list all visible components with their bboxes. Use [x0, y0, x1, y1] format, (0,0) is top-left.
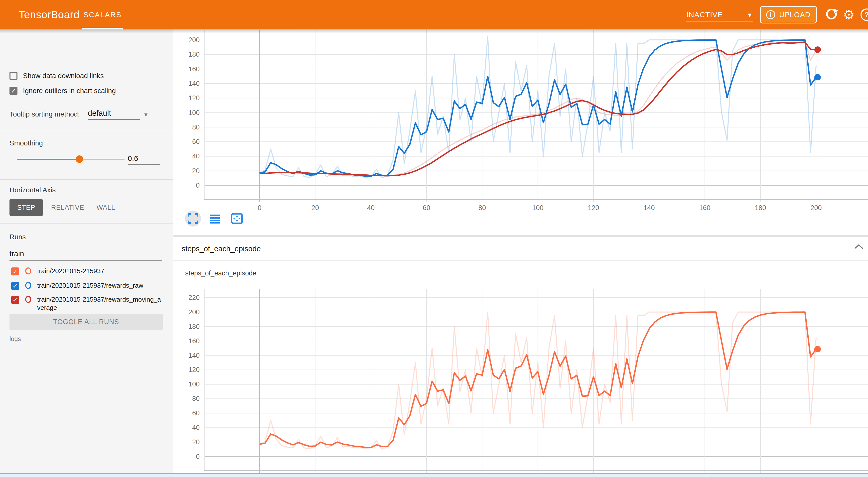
chart-series — [259, 312, 821, 449]
svg-text:200: 200 — [188, 36, 200, 44]
tooltip-sorting-dropdown[interactable]: default — [88, 109, 140, 120]
svg-text:100: 100 — [532, 204, 543, 212]
tooltip-sorting-row: Tooltip sorting method: default ▾ — [9, 109, 164, 120]
divider — [174, 260, 868, 261]
status-dropdown-value: INACTIVE — [686, 10, 723, 19]
divider — [0, 179, 173, 180]
svg-text:60: 60 — [192, 409, 200, 417]
svg-text:40: 40 — [192, 152, 200, 160]
checkbox-checked-icon[interactable]: ✓ — [9, 87, 18, 95]
runs-filter-input[interactable] — [9, 247, 162, 261]
svg-text:20: 20 — [192, 167, 200, 174]
run-row-train[interactable]: ✓ train/20201015-215937 — [11, 267, 162, 276]
axis-tick-labels: 020406080100120140160180200220 — [188, 294, 200, 460]
slider-track-filled — [17, 159, 79, 160]
run-checkbox-checked-icon[interactable]: ✓ — [11, 282, 19, 290]
upload-button-label: UPLOAD — [779, 11, 810, 19]
axis-wall-button[interactable]: WALL — [93, 199, 119, 216]
svg-text:80: 80 — [192, 124, 200, 131]
svg-text:80: 80 — [192, 395, 200, 403]
run-row-rewards-moving-average[interactable]: ✓ train/20201015-215937/rewards_moving_a… — [11, 295, 162, 312]
info-icon: i — [766, 10, 775, 19]
main-content: 0204060801001201401601802000204060801001… — [174, 29, 868, 477]
slider-track-rest — [79, 159, 125, 160]
svg-text:40: 40 — [192, 424, 200, 431]
horizontal-scrollbar[interactable] — [0, 473, 868, 477]
gear-icon[interactable]: ⚙ — [843, 8, 855, 21]
run-label: train/20201015-215937/rewards_raw — [37, 281, 162, 290]
show-download-links-label: Show data download links — [23, 72, 104, 80]
smoothing-label: Smoothing — [9, 139, 43, 147]
app-header: TensorBoard SCALARS INACTIVE ▾ i UPLOAD … — [0, 0, 868, 29]
run-row-rewards-raw[interactable]: ✓ train/20201015-215937/rewards_raw — [11, 281, 162, 290]
divider — [0, 223, 173, 224]
smoothing-slider[interactable] — [17, 157, 125, 161]
checkbox-unchecked-icon[interactable] — [9, 72, 18, 80]
svg-text:220: 220 — [188, 294, 200, 301]
svg-text:200: 200 — [810, 204, 822, 212]
chart-card-title: steps_of_each_episode — [185, 269, 256, 277]
upload-button[interactable]: i UPLOAD — [760, 6, 817, 24]
svg-text:180: 180 — [755, 204, 766, 212]
chevron-up-icon[interactable] — [854, 244, 864, 251]
svg-text:180: 180 — [188, 323, 200, 330]
svg-text:120: 120 — [188, 366, 200, 374]
svg-text:60: 60 — [192, 138, 200, 146]
svg-text:20: 20 — [192, 438, 200, 446]
run-color-ring-icon — [25, 267, 31, 275]
svg-text:120: 120 — [188, 94, 200, 102]
slider-knob[interactable] — [75, 155, 83, 163]
app-title: TensorBoard — [19, 9, 80, 21]
svg-text:0: 0 — [196, 453, 200, 460]
section-header-steps-of-each-episode[interactable]: steps_of_each_episode — [174, 237, 868, 260]
top-chart[interactable]: 0204060801001201401601802000204060801001… — [188, 30, 868, 212]
svg-text:0: 0 — [196, 182, 200, 189]
run-checkbox-checked-icon[interactable]: ✓ — [11, 267, 19, 276]
fit-domain-icon[interactable] — [229, 211, 245, 226]
axis-step-button[interactable]: STEP — [9, 199, 43, 216]
svg-text:160: 160 — [188, 65, 200, 73]
steps-chart[interactable]: 020406080100120140160180200220 — [188, 289, 868, 473]
svg-text:140: 140 — [188, 352, 200, 359]
section-title: steps_of_each_episode — [182, 245, 261, 253]
svg-text:80: 80 — [478, 204, 486, 212]
svg-text:0: 0 — [257, 204, 261, 212]
expand-chart-icon[interactable] — [185, 211, 201, 226]
svg-text:140: 140 — [188, 80, 200, 87]
chevron-down-icon[interactable]: ▾ — [144, 111, 148, 119]
smoothing-value-input[interactable] — [128, 153, 160, 165]
svg-text:20: 20 — [311, 204, 319, 212]
tab-scalars-label: SCALARS — [84, 11, 122, 19]
svg-text:140: 140 — [643, 204, 655, 212]
series-end-dot — [814, 46, 821, 53]
run-checkbox-checked-icon[interactable]: ✓ — [11, 296, 19, 304]
svg-text:40: 40 — [367, 204, 375, 212]
data-table-icon[interactable] — [207, 211, 223, 226]
tooltip-sorting-label: Tooltip sorting method: — [9, 110, 80, 118]
active-tab-underline — [82, 28, 123, 29]
horizontal-axis-label: Horizontal Axis — [9, 186, 56, 194]
help-icon[interactable]: ? — [861, 8, 868, 21]
svg-text:120: 120 — [588, 204, 599, 212]
status-dropdown[interactable]: INACTIVE ▾ — [686, 8, 753, 22]
run-color-ring-icon — [25, 282, 31, 289]
divider — [174, 235, 868, 237]
settings-sidebar: Show data download links ✓ Ignore outlie… — [0, 29, 173, 477]
svg-text:100: 100 — [188, 109, 200, 117]
series-end-dot — [814, 346, 821, 352]
logs-directory-label: logs — [9, 335, 21, 343]
svg-text:60: 60 — [423, 204, 430, 212]
ignore-outliers-label: Ignore outliers in chart scaling — [23, 87, 116, 95]
runs-label: Runs — [9, 233, 26, 241]
toggle-all-runs-button[interactable]: TOGGLE ALL RUNS — [9, 314, 163, 330]
chart-series — [259, 36, 821, 178]
chart-toolbar — [185, 211, 245, 226]
svg-text:180: 180 — [188, 51, 200, 58]
show-download-links-checkbox-row[interactable]: Show data download links — [9, 72, 104, 80]
ignore-outliers-checkbox-row[interactable]: ✓ Ignore outliers in chart scaling — [9, 87, 116, 95]
tab-scalars[interactable]: SCALARS — [82, 0, 123, 29]
svg-text:100: 100 — [188, 380, 200, 388]
axis-relative-button[interactable]: RELATIVE — [49, 199, 86, 216]
refresh-icon[interactable] — [825, 8, 839, 23]
divider — [0, 131, 173, 131]
